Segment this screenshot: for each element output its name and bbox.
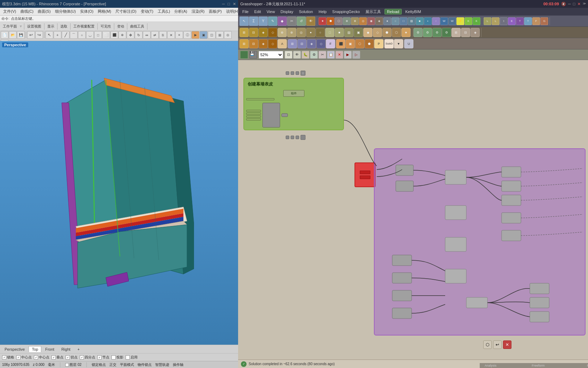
gh-btn-g19[interactable]: K xyxy=(465,17,472,25)
toolbar-setview[interactable]: 设置视图 xyxy=(26,24,43,29)
gh-btn-g13[interactable]: ■ xyxy=(416,17,424,25)
gh-zoom-select[interactable]: 52% xyxy=(259,51,283,59)
tb-properties[interactable]: ⓘ xyxy=(183,31,191,39)
toolbar-curve-tools[interactable]: 曲线工具 xyxy=(129,24,146,29)
tb-shade[interactable]: ▣ xyxy=(200,31,207,39)
gh-btn-g4[interactable]: ⊕ xyxy=(343,17,351,25)
tab-top[interactable]: Top xyxy=(29,346,41,352)
gh-btn-m3[interactable]: I xyxy=(500,17,508,25)
gh-r2-btn18[interactable]: ★ xyxy=(401,28,411,37)
gh-select-btn[interactable]: ▶ xyxy=(344,51,352,59)
gh-btn-y[interactable]: Y xyxy=(259,17,268,26)
gh-r2-btn5[interactable]: ⊕ xyxy=(278,28,287,37)
snap-tan-cb[interactable] xyxy=(66,355,70,360)
tb-new[interactable]: 📄 xyxy=(1,31,8,39)
gh-fit-btn[interactable]: ⊡ xyxy=(285,51,292,59)
status-smarttrack[interactable]: 智慧轨迹 xyxy=(155,362,169,367)
tb-layers[interactable]: ≡ xyxy=(175,31,183,39)
rhino-viewport[interactable]: Perspective xyxy=(0,41,238,345)
gh-tool-a[interactable]: ⬡ xyxy=(483,340,492,349)
gh-btn-g20[interactable]: K xyxy=(473,17,480,25)
gh-btn-g3[interactable]: ⬡ xyxy=(335,17,343,25)
gh-r2-btn2[interactable]: ⊟ xyxy=(249,28,258,37)
menu-render[interactable]: 渲染(R) xyxy=(190,8,206,15)
gh-r3-f3[interactable]: ◈ xyxy=(307,39,316,48)
gh-r3-s2[interactable]: ▼ xyxy=(394,39,403,48)
gh-r2-btn9[interactable]: ○ xyxy=(316,28,325,37)
gh-btn-m7[interactable]: F xyxy=(532,17,540,25)
gh-r3-p2[interactable]: ▣ xyxy=(346,39,355,48)
gh-btn-g7[interactable]: ◉ xyxy=(367,17,375,25)
tb-boolean[interactable]: ⊕ xyxy=(119,31,126,39)
menu-mesh[interactable]: 网格(M) xyxy=(96,8,113,15)
gh-slider1[interactable] xyxy=(246,98,274,100)
gh-r2-btn15[interactable]: ◇ xyxy=(373,28,382,37)
toolbar-display[interactable]: 显示 xyxy=(46,24,56,29)
snap-grid[interactable]: 锁格 xyxy=(2,355,14,360)
snap-enable-cb[interactable] xyxy=(126,355,130,360)
status-plane[interactable]: 平面模式 xyxy=(120,362,134,367)
gh-settings-btn[interactable]: ⚙ xyxy=(310,51,318,59)
tb-surface[interactable]: ⬜ xyxy=(102,31,110,39)
menu-subd[interactable]: 细分物体(U) xyxy=(53,8,78,15)
gh-r2-btn7[interactable]: ◎ xyxy=(297,28,306,37)
gh-r3-a3[interactable]: ◈ xyxy=(259,39,268,48)
gh-btn-g12[interactable]: ▨ xyxy=(408,17,416,25)
gh-r2-btn6[interactable]: ⊗ xyxy=(287,28,296,37)
status-snap[interactable]: 锁定格点 xyxy=(92,362,106,367)
tb-wireframe[interactable]: ◫ xyxy=(208,31,216,39)
gh-btn-g17[interactable]: W xyxy=(448,17,456,25)
tb-move[interactable]: ✥ xyxy=(127,31,134,39)
gh-red-component[interactable] xyxy=(354,162,376,187)
gh-btn-g16[interactable]: W xyxy=(440,17,448,25)
menu-surface[interactable]: 曲面(S) xyxy=(36,8,53,15)
snap-perp[interactable]: 垂点 xyxy=(51,355,63,360)
gh-btn-eye[interactable]: 👁 xyxy=(306,17,315,26)
gh-minimize[interactable]: ─ xyxy=(568,2,571,6)
tab-right[interactable]: Right xyxy=(58,346,74,352)
gh-eye-btn[interactable]: 👁 xyxy=(293,51,301,59)
gh-r3-a2[interactable]: ⊟ xyxy=(249,39,258,48)
tb-point[interactable]: + xyxy=(54,31,61,39)
tb-extrude[interactable]: ⬛ xyxy=(110,31,118,39)
gh-nav-dot-bot-2[interactable] xyxy=(291,136,294,139)
snap-nearest-cb[interactable] xyxy=(16,355,20,360)
gh-r2-b2-3[interactable]: ⚙ xyxy=(432,28,442,37)
rhino-close-btn[interactable]: ✕ xyxy=(233,2,236,6)
gh-nav-dot-3[interactable] xyxy=(296,71,299,75)
tb-snap[interactable]: ◎ xyxy=(224,31,232,39)
gh-btn-scissors[interactable]: ✂ xyxy=(287,17,296,26)
gh-r2-b2-6[interactable]: ⊟ xyxy=(461,28,470,37)
tb-circle[interactable]: ○ xyxy=(78,31,86,39)
gh-r2-btn14[interactable]: ◆ xyxy=(363,28,372,37)
toolbar-viewport-config[interactable]: 工作视窗配置 xyxy=(72,24,96,29)
tb-scale[interactable]: ⇔ xyxy=(143,31,151,39)
menu-dim[interactable]: 尺寸标注(D) xyxy=(114,8,138,15)
gh-r3-p4[interactable]: ⬟ xyxy=(365,39,374,48)
tb-undo[interactable]: ↩ xyxy=(27,31,35,39)
gh-output-node[interactable] xyxy=(281,113,288,117)
gh-menu-help[interactable]: Help xyxy=(316,9,329,14)
gh-canvas-save-btn[interactable]: 💾 xyxy=(249,51,257,59)
gh-btn-g18[interactable]: ⚡ xyxy=(456,17,464,25)
gh-menu-view[interactable]: View xyxy=(265,9,277,14)
gh-r2-btn3[interactable]: ◈ xyxy=(259,28,268,37)
gh-nav-dot-bot-1[interactable] xyxy=(286,136,289,139)
gh-btn-g8[interactable]: ◈ xyxy=(375,17,383,25)
toolbar-visible[interactable]: 可见性 xyxy=(99,24,113,29)
tb-render[interactable]: ▶ xyxy=(192,31,199,39)
tb-rotate[interactable]: ↻ xyxy=(135,31,143,39)
gh-r2-btn12[interactable]: ▨ xyxy=(344,28,353,37)
snap-grid-cb[interactable] xyxy=(2,355,6,360)
tb-line[interactable]: ╱ xyxy=(62,31,69,39)
gh-r3-u1[interactable]: U xyxy=(404,39,413,48)
gh-btn-g9[interactable]: ● xyxy=(383,17,391,25)
gh-btn-g6[interactable]: ◎ xyxy=(359,17,367,25)
toolbar-workplane[interactable]: 工作平面 xyxy=(1,24,18,29)
gh-btn-m8[interactable]: G xyxy=(540,17,548,25)
gh-audio-icon[interactable]: 🔇 xyxy=(561,2,566,6)
status-ortho[interactable]: 正交 xyxy=(109,362,116,367)
gh-btn-pointer[interactable]: ↖ xyxy=(240,17,249,26)
gh-btn-m4[interactable]: E xyxy=(508,17,516,25)
rhino-maximize-btn[interactable]: □ xyxy=(228,2,230,6)
